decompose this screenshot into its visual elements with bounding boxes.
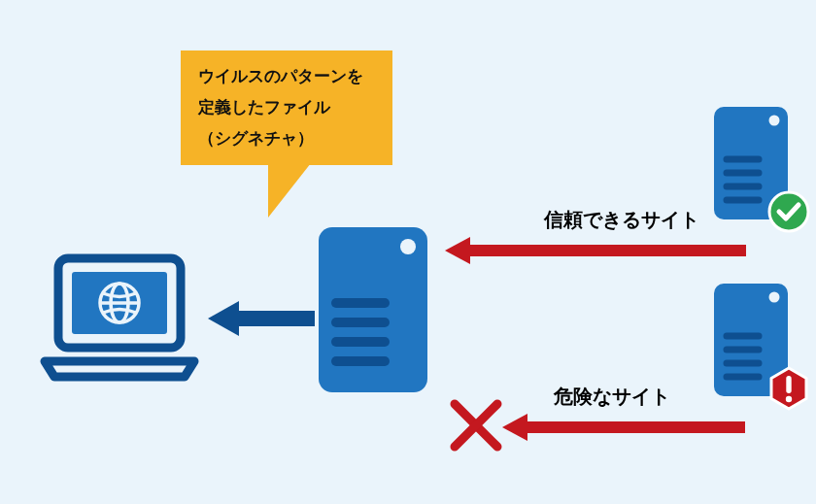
svg-rect-5 — [235, 311, 315, 326]
callout-tail — [268, 163, 311, 218]
svg-marker-32 — [502, 414, 527, 441]
svg-rect-31 — [524, 421, 745, 433]
svg-marker-21 — [445, 237, 470, 264]
danger-arrow — [502, 414, 745, 441]
svg-point-30 — [786, 396, 792, 402]
trusted-site-label: 信頼できるサイト — [544, 207, 699, 233]
svg-point-14 — [769, 116, 780, 126]
signature-server-icon — [319, 227, 427, 392]
svg-rect-20 — [466, 245, 746, 256]
diagram-stage: ウイルスのパターンを 定義したファイル （シグネチャ） — [0, 0, 816, 504]
trusted-check-badge-icon — [767, 190, 810, 233]
trusted-arrow — [445, 237, 746, 264]
callout-line-3: （シグネチャ） — [198, 122, 377, 153]
svg-point-23 — [769, 292, 780, 303]
laptop-icon — [37, 252, 202, 388]
svg-rect-29 — [786, 376, 791, 393]
svg-point-19 — [769, 192, 808, 231]
svg-point-8 — [400, 239, 416, 254]
blocked-x-icon — [447, 396, 505, 454]
signature-callout: ウイルスのパターンを 定義したファイル （シグネチャ） — [181, 50, 392, 165]
danger-alert-badge-icon — [765, 365, 812, 412]
danger-site-label: 危険なサイト — [554, 384, 670, 410]
callout-line-2: 定義したファイル — [198, 91, 377, 122]
deliver-arrow — [208, 299, 315, 338]
callout-line-1: ウイルスのパターンを — [198, 60, 377, 91]
svg-marker-6 — [208, 301, 239, 336]
